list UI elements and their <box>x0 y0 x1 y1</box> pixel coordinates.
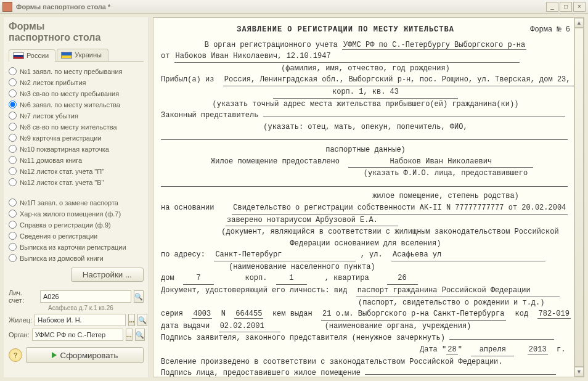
form-radio-5[interactable]: №8 св-во по месту жительства <box>9 122 144 131</box>
app-icon <box>2 2 12 12</box>
scroll-up-icon[interactable]: ▲ <box>574 18 584 28</box>
issue-date-value: 02.02.2001 <box>219 321 280 333</box>
form-radio-1[interactable]: №2 листок прибытия <box>9 78 144 87</box>
document-panel: ЗАЯВЛЕНИЕ О РЕГИСТРАЦИИ ПО МЕСТУ ЖИТЕЛЬС… <box>153 17 584 377</box>
form-extra-radio-5[interactable]: Выписка из домовой книги <box>9 253 144 263</box>
flag-ru-icon <box>13 52 24 59</box>
provided-by-value: Набоков Иван Николаевич <box>348 156 533 168</box>
organ-input[interactable] <box>32 329 123 341</box>
form-radio-3[interactable]: №6 заявл. по месту жительства <box>9 100 144 109</box>
scroll-thumb[interactable] <box>574 28 584 367</box>
resident-more-button[interactable]: ... <box>128 314 135 326</box>
form-radio-9[interactable]: №12 листок стат. учета "П" <box>9 166 144 176</box>
resident-label: Жилец: <box>9 316 32 324</box>
resident-input[interactable] <box>35 314 126 326</box>
id-type-value: паспорт гражданина Российской Федерации <box>356 285 560 297</box>
form-radio-8[interactable]: №11 домовая книга <box>9 155 144 165</box>
search-icon: 🔍 <box>138 316 147 324</box>
city-value: Санкт-Петербург <box>214 249 356 261</box>
apt-value: 26 <box>387 272 418 285</box>
form-extra-radio-2[interactable]: Справка о регистрации (ф.9) <box>9 220 144 229</box>
flag-ua-icon <box>61 52 72 59</box>
form-radio-10[interactable]: №12 листок стат. учета "В" <box>9 178 144 187</box>
form-number: Форма № 6 <box>530 24 570 36</box>
search-icon: 🔍 <box>136 331 144 339</box>
organ-label: Орган: <box>9 331 30 338</box>
arrived-from-2: корп. 1, кв. 43 <box>273 86 458 99</box>
form-radio-2[interactable]: №3 св-во по месту пребывания <box>9 89 144 98</box>
account-address: Асафьева д.7 к.1 кв.26 <box>48 305 144 311</box>
organ-search-button[interactable]: 🔍 <box>135 329 145 341</box>
generate-button[interactable]: Сформировать <box>26 347 144 363</box>
form-radio-6[interactable]: №9 карточка регистрации <box>9 133 144 142</box>
doc-title: ЗАЯВЛЕНИЕ О РЕГИСТРАЦИИ ПО МЕСТУ ЖИТЕЛЬС… <box>237 25 454 34</box>
scroll-down-icon[interactable]: ▼ <box>574 367 584 377</box>
form-extra-radio-1[interactable]: Хар-ка жилого помещения (ф.7) <box>9 209 144 218</box>
code-value: 782-019 <box>537 309 571 319</box>
street-value: Асафьева ул <box>391 249 545 261</box>
tab-russia[interactable]: России <box>9 49 55 62</box>
series-value: 4003 <box>192 309 212 319</box>
account-search-button[interactable]: 🔍 <box>134 290 144 303</box>
form-extra-radio-4[interactable]: Выписка из карточки регистрации <box>9 242 144 252</box>
organ-value: УФМС РФ по С.-Петербургу Выборгского р-н… <box>342 41 526 50</box>
building-value: 1 <box>276 272 307 285</box>
help-button[interactable]: ? <box>9 348 22 362</box>
search-icon: 🔍 <box>134 293 143 301</box>
applicant-value: Набоков Иван Николаевич, 12.10.1947 <box>174 51 520 63</box>
form-radio-0[interactable]: №1 заявл. по месту пребывания <box>9 67 144 76</box>
account-input[interactable] <box>40 290 131 303</box>
close-button[interactable]: × <box>573 2 586 12</box>
resident-search-button[interactable]: 🔍 <box>137 314 147 326</box>
organ-more-button[interactable]: ... <box>126 329 133 341</box>
form-extra-radio-3[interactable]: Сведения о регистрации <box>9 231 144 240</box>
minimize-button[interactable]: _ <box>546 2 558 12</box>
house-value: 7 <box>183 272 214 285</box>
basis-doc-2: заверено нотариусом Арбузовой Е.А. <box>226 215 398 227</box>
issued-by-value: 21 о.м. Выборгского р-на Санкт-Петербург… <box>321 308 506 321</box>
form-list-main: №1 заявл. по месту пребывания№2 листок п… <box>9 67 144 187</box>
form-radio-7[interactable]: №10 поквартирная карточка <box>9 144 144 154</box>
legal-rep-value <box>263 117 565 117</box>
basis-doc-1: Свидетельство о регистрации собственност… <box>232 202 568 215</box>
tab-ukraine[interactable]: Украины <box>57 49 108 61</box>
form-list-extra: №1П заявл. о замене паспортаХар-ка жилог… <box>9 198 144 263</box>
form-radio-4[interactable]: №7 листок убытия <box>9 111 144 120</box>
arrived-from-1: Россия, Ленинградская обл., Выборгский р… <box>223 74 574 86</box>
sidebar-heading: Формы паспортного стола <box>9 21 144 43</box>
document-body: ЗАЯВЛЕНИЕ О РЕГИСТРАЦИИ ПО МЕСТУ ЖИТЕЛЬС… <box>153 18 584 377</box>
number-value: 664455 <box>234 309 263 319</box>
maximize-button[interactable]: □ <box>560 2 572 12</box>
settings-button[interactable]: Настройки ... <box>71 268 144 282</box>
scrollbar[interactable]: ▲ ▼ <box>574 18 584 377</box>
titlebar: Формы паспортного стола * _ □ × <box>0 0 588 14</box>
play-icon <box>52 352 57 358</box>
country-tabs: России Украины <box>9 49 144 62</box>
form-extra-radio-0[interactable]: №1П заявл. о замене паспорта <box>9 198 144 207</box>
window-title: Формы паспортного стола * <box>16 3 546 10</box>
sidebar: Формы паспортного стола России Украины №… <box>4 17 149 377</box>
account-label: Лич. счет: <box>9 289 38 304</box>
